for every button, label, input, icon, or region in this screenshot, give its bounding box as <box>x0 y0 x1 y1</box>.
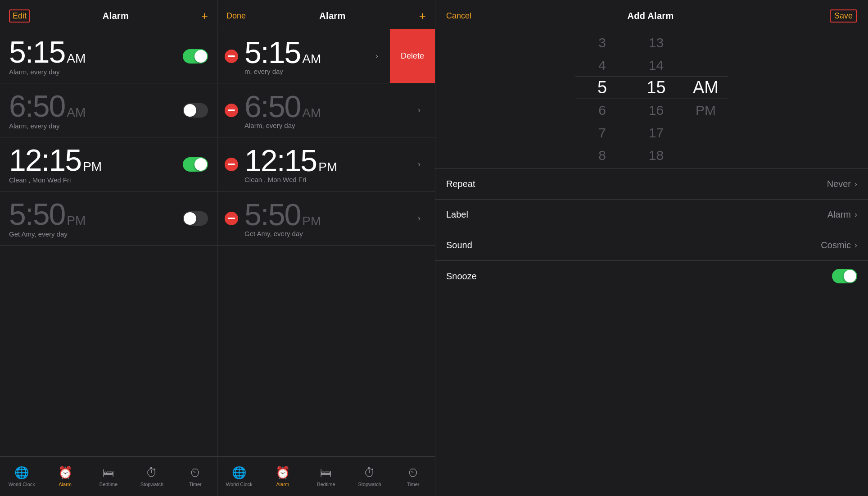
alarm-item: 5:50 PM Get Amy, every day <box>0 191 217 246</box>
repeat-row[interactable]: Repeat Never › <box>435 169 868 200</box>
alarm-ampm: AM <box>67 52 86 65</box>
label-chevron-icon: › <box>854 210 857 219</box>
mid-header: Done Alarm + <box>217 0 435 29</box>
sound-row[interactable]: Sound Cosmic › <box>435 230 868 261</box>
picker-minute-18[interactable]: 18 <box>629 144 683 167</box>
picker-hour-3[interactable]: 3 <box>575 32 629 54</box>
nav-item-bedtime[interactable]: 🛏 Bedtime <box>87 466 130 487</box>
picker-minute-16[interactable]: 16 <box>629 99 683 122</box>
picker-minute-15[interactable]: 15 <box>629 77 683 99</box>
alarm-time-display: 6:50 AM <box>244 91 321 122</box>
alarm-info: 6:50 AM Alarm, every day <box>244 91 321 130</box>
delete-circle-button[interactable] <box>225 50 238 63</box>
alarm-toggle[interactable] <box>183 157 208 172</box>
picker-hour-5[interactable]: 5 <box>575 77 629 99</box>
nav-item-stopwatch[interactable]: ⏱ Stopwatch <box>130 466 173 487</box>
picker-pm-option[interactable]: PM <box>683 99 728 122</box>
delete-circle-line <box>228 109 235 111</box>
toggle-thumb <box>194 158 207 171</box>
nav-label-alarm: Alarm <box>276 482 289 487</box>
alarm-item: 12:15 PM Clean , Mon Wed Fri <box>0 137 217 191</box>
left-alarm-list: 5:15 AM Alarm, every day 6:50 AM Alarm, … <box>0 29 217 456</box>
delete-circle-button[interactable] <box>225 158 238 171</box>
nav-item-timer[interactable]: ⏲ Timer <box>174 466 217 487</box>
alarm-item-info: 5:15 AM Alarm, every day <box>9 36 86 76</box>
alarm-toggle[interactable] <box>183 103 208 118</box>
delete-circle-line <box>228 55 235 57</box>
toggle-thumb <box>184 104 196 117</box>
alarm-ampm: PM <box>318 161 337 173</box>
snooze-toggle[interactable] <box>832 269 857 283</box>
alarm-ampm: PM <box>67 214 86 227</box>
alarm-icon: ⏰ <box>276 466 290 480</box>
picker-minute-17[interactable]: 17 <box>629 122 683 144</box>
alarm-edit-content: 6:50 AM Alarm, every day › <box>244 91 435 130</box>
save-button[interactable]: Save <box>830 9 857 23</box>
cancel-button[interactable]: Cancel <box>446 11 471 21</box>
picker-ampm-col[interactable]: AM PM <box>683 32 728 167</box>
nav-item-bedtime[interactable]: 🛏 Bedtime <box>304 466 348 487</box>
picker-minutes-col[interactable]: 13 14 15 16 17 18 <box>629 32 683 167</box>
label-row[interactable]: Label Alarm › <box>435 200 868 230</box>
nav-item-alarm[interactable]: ⏰ Alarm <box>43 466 86 487</box>
nav-item-timer[interactable]: ⏲ Timer <box>391 466 435 487</box>
delete-circle-button[interactable] <box>225 104 238 117</box>
picker-hour-8[interactable]: 8 <box>575 144 629 167</box>
alarm-label: Get Amy, every day <box>244 230 303 237</box>
alarm-hour: 5:50 <box>244 199 300 230</box>
delete-button-label: Delete <box>401 51 424 61</box>
alarm-edit-content: 5:50 PM Get Amy, every day › <box>244 199 435 238</box>
nav-label-bedtime: Bedtime <box>317 482 335 487</box>
alarm-hour: 12:15 <box>244 145 316 176</box>
mid-header-title: Alarm <box>319 11 345 21</box>
picker-hour-4[interactable]: 4 <box>575 54 629 77</box>
nav-label-timer: Timer <box>407 482 420 487</box>
sound-label: Sound <box>446 240 472 250</box>
alarm-hour: 5:50 <box>9 199 65 229</box>
nav-item-world-clock[interactable]: 🌐 World Clock <box>0 466 43 487</box>
picker-ampm-spacer1 <box>683 32 728 54</box>
nav-item-world-clock[interactable]: 🌐 World Clock <box>217 466 261 487</box>
chevron-right-icon: › <box>375 51 378 61</box>
snooze-toggle-thumb <box>844 270 856 282</box>
right-header-title: Add Alarm <box>627 11 674 21</box>
bedtime-icon: 🛏 <box>103 466 114 480</box>
label-value-row: Alarm › <box>827 209 857 220</box>
delete-button[interactable]: Delete <box>390 29 435 83</box>
mid-add-button[interactable]: + <box>419 9 426 23</box>
picker-am-option[interactable]: AM <box>683 77 728 99</box>
nav-label-stopwatch: Stopwatch <box>358 482 381 487</box>
delete-circle-line <box>228 164 235 165</box>
alarm-ampm: AM <box>302 107 321 119</box>
label-setting-label: Label <box>446 209 468 220</box>
picker-hours-col[interactable]: 3 4 5 6 7 8 <box>575 32 629 167</box>
alarm-label: Clean , Mon Wed Fri <box>9 176 102 184</box>
nav-label-timer: Timer <box>189 482 202 487</box>
time-picker[interactable]: 3 4 5 6 7 8 13 14 15 16 17 18 AM PM <box>435 29 868 169</box>
done-button[interactable]: Done <box>226 11 246 21</box>
picker-minute-14[interactable]: 14 <box>629 54 683 77</box>
alarm-item-info: 5:50 PM Get Amy, every day <box>9 199 86 238</box>
left-add-button[interactable]: + <box>201 9 208 23</box>
right-header: Cancel Add Alarm Save <box>435 0 868 29</box>
delete-circle-line <box>228 218 235 219</box>
alarm-item-edit: 12:15 PM Clean , Mon Wed Fri › <box>217 137 435 191</box>
alarm-ampm: PM <box>302 215 321 228</box>
mid-bottom-nav: 🌐 World Clock ⏰ Alarm 🛏 Bedtime ⏱ Stopwa… <box>217 456 435 496</box>
edit-button[interactable]: Edit <box>9 9 30 23</box>
world-clock-icon: 🌐 <box>232 466 246 480</box>
alarm-toggle[interactable] <box>183 211 208 226</box>
delete-circle-button[interactable] <box>225 212 238 225</box>
picker-hour-6[interactable]: 6 <box>575 99 629 122</box>
repeat-label: Repeat <box>446 179 475 189</box>
picker-hour-7[interactable]: 7 <box>575 122 629 144</box>
stopwatch-icon: ⏱ <box>146 466 158 480</box>
left-header-title: Alarm <box>103 11 129 21</box>
nav-item-alarm[interactable]: ⏰ Alarm <box>261 466 305 487</box>
alarm-label: Get Amy, every day <box>9 230 86 238</box>
nav-item-stopwatch[interactable]: ⏱ Stopwatch <box>348 466 392 487</box>
alarm-info: 5:50 PM Get Amy, every day <box>244 199 321 238</box>
alarm-label: Alarm, every day <box>244 122 295 129</box>
picker-minute-13[interactable]: 13 <box>629 32 683 54</box>
alarm-toggle[interactable] <box>183 49 208 64</box>
